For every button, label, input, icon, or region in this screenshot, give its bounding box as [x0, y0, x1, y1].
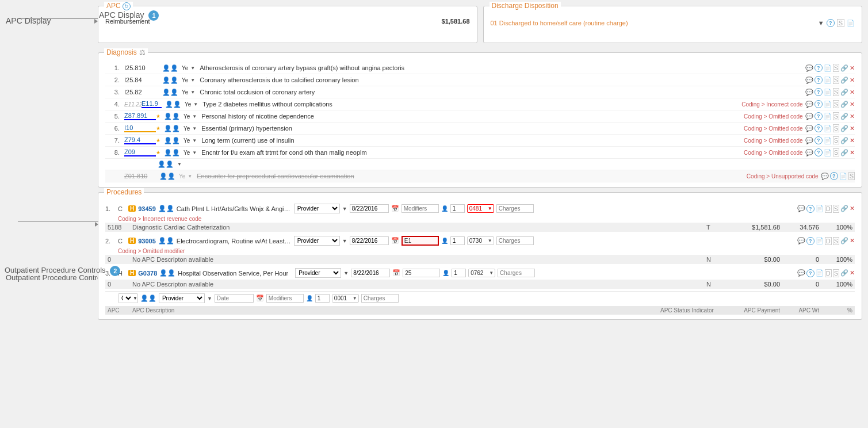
- doc-icon-6[interactable]: 📄: [824, 125, 832, 132]
- proc-provider-arrow-3[interactable]: ▼: [343, 270, 349, 276]
- ye-dropdown-1[interactable]: ▼: [190, 66, 195, 71]
- s-icon-p2[interactable]: S: [833, 237, 839, 245]
- doc-icon-4[interactable]: 📄: [824, 101, 832, 108]
- new-proc-revenue[interactable]: [332, 295, 353, 302]
- s-icon-p1[interactable]: S: [833, 205, 839, 213]
- close-icon-4[interactable]: ✕: [850, 101, 855, 108]
- doc-icon-7[interactable]: 📄: [824, 137, 832, 144]
- link-icon-p2[interactable]: 🔗: [840, 237, 848, 244]
- close-icon-8[interactable]: ✕: [850, 149, 855, 156]
- s-icon-5[interactable]: S: [833, 112, 839, 120]
- close-icon-p1[interactable]: ✕: [850, 205, 855, 212]
- link-icon-7[interactable]: 🔗: [840, 137, 848, 144]
- close-icon-p3[interactable]: ✕: [850, 269, 855, 277]
- link-icon-p3[interactable]: 🔗: [840, 269, 848, 277]
- doc-icon-1[interactable]: 📄: [824, 64, 832, 72]
- doc-icon-2[interactable]: 📄: [824, 77, 832, 84]
- proc-revenue-3[interactable]: [469, 269, 489, 277]
- new-proc-modifiers[interactable]: [266, 294, 304, 303]
- new-proc-revenue-arrow[interactable]: ▼: [353, 296, 358, 301]
- close-icon-1[interactable]: ✕: [850, 64, 855, 72]
- doc-icon-5[interactable]: 📄: [824, 113, 832, 120]
- proc-provider-arrow-2[interactable]: ▼: [342, 238, 347, 244]
- new-proc-qty[interactable]: [315, 294, 330, 303]
- new-proc-calendar[interactable]: 📅: [256, 295, 264, 302]
- ye-dropdown-strike[interactable]: ▼: [188, 174, 192, 179]
- s-icon-7[interactable]: S: [833, 136, 839, 144]
- discharge-s-icon[interactable]: S: [837, 19, 844, 27]
- comment-icon-p2[interactable]: 💬: [797, 237, 805, 244]
- proc-modifiers-2[interactable]: [402, 236, 439, 246]
- info-icon-p3[interactable]: ?: [806, 269, 815, 277]
- s-icon-1[interactable]: S: [833, 64, 839, 72]
- ye-dropdown-3[interactable]: ▼: [190, 90, 195, 95]
- proc-date-2[interactable]: [350, 236, 389, 245]
- discharge-info-icon[interactable]: ?: [827, 19, 835, 27]
- proc-charges-1[interactable]: [496, 204, 534, 213]
- close-icon-7[interactable]: ✕: [850, 137, 855, 144]
- comment-icon-5[interactable]: 💬: [805, 113, 813, 120]
- proc-charges-2[interactable]: [496, 236, 534, 245]
- proc-qty-1[interactable]: [450, 204, 465, 213]
- link-icon-4[interactable]: 🔗: [840, 101, 848, 108]
- ye-dropdown-empty[interactable]: ▼: [177, 162, 182, 167]
- proc-modifiers-3[interactable]: [403, 269, 440, 277]
- s-icon-p3[interactable]: S: [833, 269, 839, 277]
- proc-provider-select-1[interactable]: Provider: [294, 204, 340, 213]
- proc-calendar-1[interactable]: 📅: [391, 205, 399, 212]
- info-icon-7[interactable]: ?: [815, 136, 823, 144]
- proc-provider-select-3[interactable]: Provider: [295, 268, 341, 278]
- ye-dropdown-6[interactable]: ▼: [192, 126, 197, 131]
- proc-revenue-1[interactable]: [468, 205, 488, 212]
- link-icon-6[interactable]: 🔗: [840, 125, 848, 132]
- close-icon-3[interactable]: ✕: [850, 89, 855, 96]
- s-icon-4[interactable]: S: [833, 100, 839, 108]
- doc-icon-3[interactable]: 📄: [824, 89, 832, 96]
- proc-revenue-arrow-3[interactable]: ▼: [489, 270, 495, 276]
- s-icon-2[interactable]: S: [833, 76, 839, 84]
- proc-revenue-arrow-1[interactable]: ▼: [488, 206, 494, 211]
- link-icon-1[interactable]: 🔗: [840, 64, 848, 72]
- info-icon-6[interactable]: ?: [815, 124, 823, 132]
- proc-revenue-arrow-2[interactable]: ▼: [488, 238, 494, 243]
- new-proc-charges[interactable]: [361, 294, 399, 303]
- info-icon-p1[interactable]: ?: [806, 205, 815, 213]
- link-icon-5[interactable]: 🔗: [840, 113, 848, 120]
- proc-calendar-2[interactable]: 📅: [391, 237, 399, 244]
- comment-icon-4[interactable]: 💬: [805, 101, 813, 108]
- new-proc-provider-select[interactable]: Provider: [159, 293, 205, 303]
- info-icon-3[interactable]: ?: [815, 88, 823, 96]
- link-icon-8[interactable]: 🔗: [840, 149, 848, 156]
- ye-dropdown-8[interactable]: ▼: [192, 150, 197, 155]
- s-icon-6[interactable]: S: [833, 124, 839, 132]
- close-icon-5[interactable]: ✕: [850, 113, 855, 120]
- ye-dropdown-2[interactable]: ▼: [190, 78, 195, 83]
- comment-icon-6[interactable]: 💬: [805, 125, 813, 132]
- doc-icon-strike[interactable]: 📄: [839, 173, 847, 180]
- d-icon-p3[interactable]: D: [825, 269, 832, 277]
- comment-icon-p1[interactable]: 💬: [797, 205, 805, 212]
- proc-modifiers-1[interactable]: [402, 204, 439, 213]
- proc-revenue-2[interactable]: [468, 237, 488, 244]
- discharge-dropdown-arrow[interactable]: ▼: [818, 20, 824, 26]
- doc-icon-8[interactable]: 📄: [824, 149, 832, 156]
- new-proc-type-select[interactable]: C ▼: [118, 293, 138, 303]
- proc-provider-select-2[interactable]: Provider: [294, 236, 340, 246]
- info-icon-4[interactable]: ?: [815, 100, 823, 108]
- proc-qty-2[interactable]: [450, 236, 465, 245]
- discharge-doc-icon[interactable]: 📄: [847, 20, 855, 27]
- doc-icon-p2[interactable]: 📄: [816, 237, 824, 244]
- info-icon-2[interactable]: ?: [815, 76, 823, 84]
- proc-date-3[interactable]: [351, 269, 390, 277]
- link-icon-p1[interactable]: 🔗: [840, 205, 848, 212]
- comment-icon-3[interactable]: 💬: [805, 89, 813, 96]
- close-icon-6[interactable]: ✕: [850, 125, 855, 132]
- s-icon-strike[interactable]: S: [848, 172, 855, 180]
- comment-icon-1[interactable]: 💬: [805, 64, 813, 72]
- d-icon-p2[interactable]: D: [825, 237, 832, 245]
- new-proc-type-dropdown[interactable]: C: [118, 294, 133, 303]
- comment-icon-strike[interactable]: 💬: [821, 173, 829, 180]
- d-icon-p1[interactable]: D: [825, 205, 832, 213]
- proc-provider-arrow-1[interactable]: ▼: [342, 206, 347, 212]
- comment-icon-8[interactable]: 💬: [805, 149, 813, 156]
